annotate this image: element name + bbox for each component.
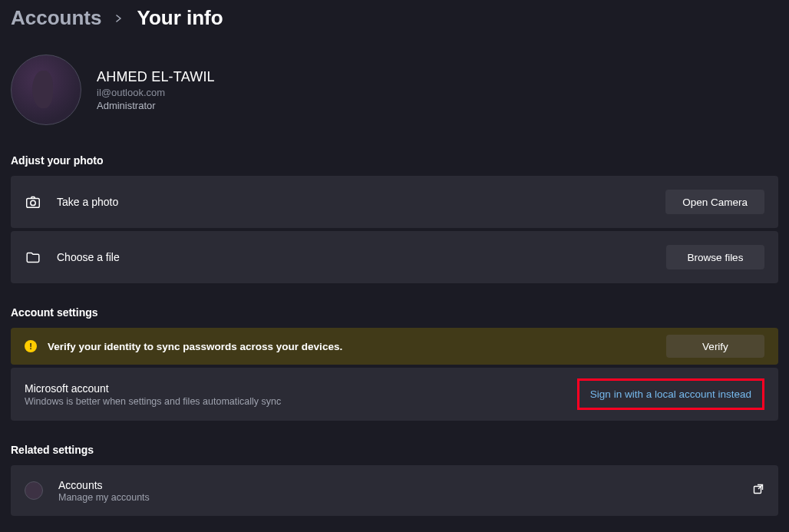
avatar-small-icon	[25, 481, 43, 500]
related-accounts-title: Accounts	[58, 479, 752, 491]
verify-warning-row: ! Verify your identity to sync passwords…	[11, 328, 778, 365]
breadcrumb-current: Your info	[137, 6, 223, 30]
profile-name: AHMED EL-TAWIL	[97, 69, 215, 85]
verify-button[interactable]: Verify	[666, 335, 764, 358]
browse-files-button[interactable]: Browse files	[666, 245, 764, 269]
local-account-link[interactable]: Sign in with a local account instead	[586, 385, 756, 403]
microsoft-account-title: Microsoft account	[25, 382, 577, 395]
chevron-right-icon	[115, 12, 123, 25]
choose-file-row: Choose a file Browse files	[11, 231, 778, 283]
breadcrumb-parent[interactable]: Accounts	[11, 6, 101, 30]
profile-email: il@outlook.com	[97, 87, 215, 98]
section-title-photo: Adjust your photo	[11, 154, 778, 167]
folder-icon	[25, 249, 41, 266]
microsoft-account-subtitle: Windows is better when settings and file…	[25, 396, 577, 407]
take-photo-row: Take a photo Open Camera	[11, 176, 778, 228]
profile-header: AHMED EL-TAWIL il@outlook.com Administra…	[11, 42, 778, 144]
verify-warning-text: Verify your identity to sync passwords a…	[48, 341, 666, 352]
section-title-account: Account settings	[11, 306, 778, 319]
breadcrumb: Accounts Your info	[11, 0, 778, 42]
section-title-related: Related settings	[11, 444, 778, 456]
camera-icon	[25, 193, 41, 210]
svg-point-1	[31, 200, 35, 205]
avatar	[11, 55, 81, 125]
microsoft-account-row: Microsoft account Windows is better when…	[11, 368, 778, 421]
open-camera-button[interactable]: Open Camera	[665, 190, 764, 214]
related-accounts-row[interactable]: Accounts Manage my accounts	[11, 465, 778, 516]
related-accounts-subtitle: Manage my accounts	[58, 492, 752, 503]
take-photo-label: Take a photo	[57, 196, 665, 208]
highlight-box: Sign in with a local account instead	[577, 378, 764, 410]
choose-file-label: Choose a file	[57, 251, 666, 263]
profile-role: Administrator	[97, 100, 215, 111]
external-link-icon	[752, 483, 764, 498]
svg-rect-0	[27, 198, 40, 207]
warning-icon: !	[25, 340, 37, 352]
